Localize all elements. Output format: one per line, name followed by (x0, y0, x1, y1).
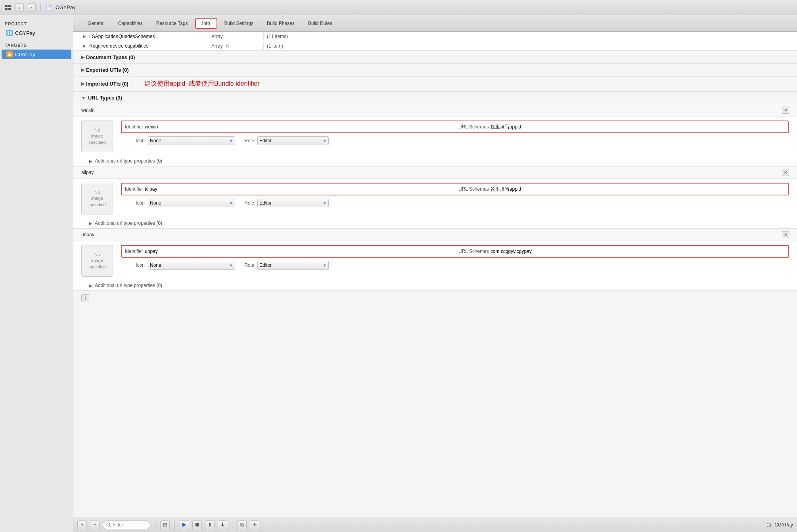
disclosure-icon-2[interactable]: ▶ (83, 44, 86, 48)
fields-alipay: Identifier URL Schemes Icon None (121, 183, 789, 207)
close-button-unpay[interactable]: ✕ (782, 231, 789, 238)
urlschemes-label-unpay: URL Schemes (458, 249, 489, 254)
urlschemes-input-alipay[interactable] (490, 185, 785, 193)
icon-chevron-unpay: ▼ (229, 263, 233, 268)
close-button-weixin[interactable]: ✕ (782, 107, 789, 114)
urlschemes-input-unpay[interactable] (490, 247, 785, 255)
advisory-text: 建议使用appid, 或者使用Bundle identifier (144, 80, 260, 88)
role-select-weixin[interactable]: Editor ▼ (257, 136, 329, 145)
plist-row-required: ▶ Required device capabilities Array ⇅ (… (73, 41, 797, 51)
layout-toggle-button[interactable]: ⊞ (160, 521, 170, 529)
url-entry-body-weixin: Noimagespecified Identifier URL Schemes (73, 117, 797, 156)
sidebar-item-project[interactable]: CGYPay (2, 28, 71, 38)
icon-select-unpay[interactable]: None ▼ (148, 261, 235, 270)
identifier-urlschemes-row-alipay: Identifier URL Schemes (121, 183, 789, 195)
add-button[interactable]: + (77, 521, 87, 529)
svg-marker-6 (8, 52, 11, 56)
prof-button[interactable]: ⬆ (205, 521, 215, 529)
toolbar-separator-2 (174, 521, 175, 529)
plist-value-required: (1 item) (264, 42, 797, 50)
identifier-input-weixin[interactable] (145, 123, 452, 131)
nav-forward-button[interactable]: › (27, 3, 36, 12)
tab-bar: General Capabilities Resource Tags Info … (73, 15, 797, 32)
identifier-input-unpay[interactable] (145, 247, 452, 255)
identifier-label-unpay: Identifier (125, 249, 143, 254)
identifier-label-weixin: Identifier (125, 124, 143, 130)
urlschemes-label-weixin: URL Schemes (458, 124, 489, 130)
tab-build-rules[interactable]: Build Rules (302, 19, 339, 28)
role-select-unpay[interactable]: Editor ▼ (257, 261, 329, 270)
role-label-weixin: Role (238, 138, 254, 144)
targets-section-header: TARGETS (0, 40, 73, 49)
view-button[interactable]: ⧉ (237, 521, 247, 529)
url-types-section-header[interactable]: ▼ URL Types (3) (73, 92, 797, 104)
stop-button[interactable]: ⏹ (192, 521, 202, 529)
tab-capabilities[interactable]: Capabilities (112, 19, 149, 28)
image-placeholder-unpay: Noimagespecified (81, 245, 113, 277)
url-entry-body-unpay: Noimagespecified Identifier URL Schemes (73, 241, 797, 281)
tab-build-settings[interactable]: Build Settings (218, 19, 260, 28)
tab-general[interactable]: General (81, 19, 111, 28)
identifier-input-alipay[interactable] (145, 185, 452, 193)
nav-back-button[interactable]: ‹ (15, 3, 24, 12)
nav-button[interactable]: ✈ (250, 521, 259, 529)
role-select-alipay[interactable]: Editor ▼ (257, 199, 329, 207)
tab-info[interactable]: Info (195, 18, 217, 29)
role-label-alipay: Role (238, 200, 254, 206)
section-disclosure-imp: ▶ (81, 81, 84, 86)
url-entry-body-alipay: Noimagespecified Identifier URL Schemes (73, 179, 797, 218)
plist-key-required: Required device capabilities (89, 43, 148, 49)
svg-rect-0 (5, 5, 8, 7)
icon-chevron-alipay: ▼ (229, 201, 233, 205)
run-icon (182, 522, 187, 528)
url-entry-alipay: alipay ✕ Noimagespecified Identifier (73, 166, 797, 229)
icon-value-unpay: None (150, 262, 161, 268)
role-label-unpay: Role (238, 262, 254, 268)
role-chevron-unpay: ▼ (323, 263, 327, 268)
image-text-weixin: Noimagespecified (88, 127, 105, 145)
url-entry-name-unpay: unpay (81, 232, 94, 237)
additional-label-alipay: Additional url type properties (0) (95, 220, 162, 226)
additional-disclosure-unpay: ▶ (89, 283, 92, 288)
tab-build-phases[interactable]: Build Phases (261, 19, 301, 28)
identifier-urlschemes-row-unpay: Identifier URL Schemes (121, 245, 789, 258)
section-exported-utis[interactable]: ▶ Exported UTIs (0) (73, 64, 797, 77)
add-url-type-button[interactable]: + (81, 294, 89, 302)
section-imported-utis[interactable]: ▶ Imported UTIs (0) 建议使用appid, 或者使用Bundl… (73, 77, 797, 92)
filter-input[interactable] (113, 522, 144, 528)
icon-value-alipay: None (150, 200, 161, 206)
disclosure-icon[interactable]: ▶ (83, 34, 86, 38)
file-icon: 📄 (46, 4, 52, 11)
sidebar-item-target[interactable]: CGYPay (2, 50, 71, 59)
section-document-types[interactable]: ▶ Document Types (0) (73, 51, 797, 64)
additional-row-weixin[interactable]: ▶ Additional url type properties (0) (73, 156, 797, 166)
tab-resource-tags[interactable]: Resource Tags (150, 19, 194, 28)
scroll-content[interactable]: ▶ LSApplicationQueriesSchemes Array (11 … (73, 32, 797, 517)
plist-value-lsqueries: (11 items) (264, 33, 797, 40)
icon-select-weixin[interactable]: None ▼ (148, 136, 235, 145)
icon-role-row-alipay: Icon None ▼ Role Editor ▼ (121, 199, 789, 207)
additional-row-unpay[interactable]: ▶ Additional url type properties (0) (73, 281, 797, 291)
url-entry-name-alipay: alipay (81, 170, 94, 175)
section-label-exp: Exported UTIs (0) (86, 67, 129, 73)
image-placeholder-alipay: Noimagespecified (81, 183, 113, 214)
remove-button[interactable]: − (90, 521, 100, 529)
image-text-unpay: Noimagespecified (88, 252, 105, 270)
close-button-alipay[interactable]: ✕ (782, 169, 789, 176)
sidebar-project-name: CGYPay (15, 30, 35, 36)
svg-rect-1 (8, 5, 11, 7)
download-button[interactable]: ⬇ (218, 521, 227, 529)
url-types-disclosure: ▼ (81, 96, 86, 100)
image-text-alipay: Noimagespecified (88, 189, 105, 208)
section-disclosure-doc: ▶ (81, 55, 84, 60)
additional-row-alipay[interactable]: ▶ Additional url type properties (0) (73, 218, 797, 228)
scheme-run-button[interactable] (180, 521, 189, 529)
icon-select-alipay[interactable]: None ▼ (148, 199, 235, 207)
icon-label-weixin: Icon (121, 138, 145, 144)
svg-line-8 (109, 526, 111, 527)
additional-label-unpay: Additional url type properties (0) (95, 283, 162, 288)
urlschemes-input-weixin[interactable] (490, 123, 785, 131)
urlschemes-label-alipay: URL Schemes (458, 186, 489, 192)
url-entry-header-alipay: alipay ✕ (73, 166, 797, 179)
filter-box[interactable] (103, 521, 150, 529)
